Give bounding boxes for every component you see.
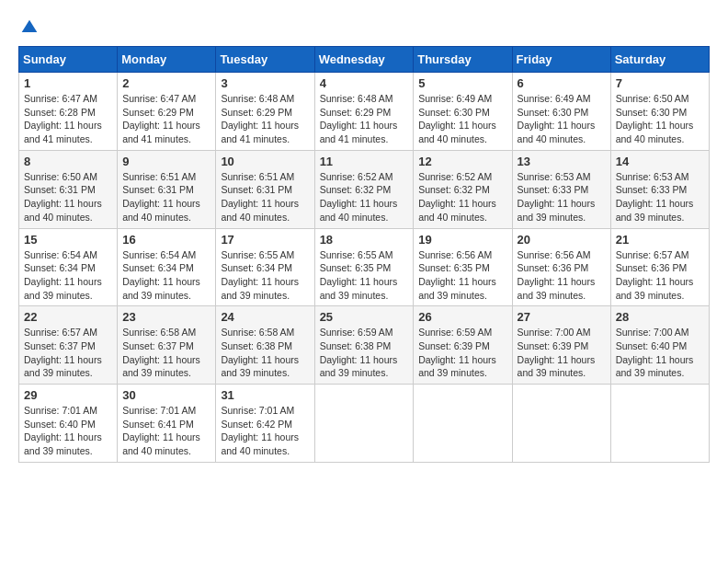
day-of-week-header: Tuesday [216,47,314,73]
day-info: Sunrise: 6:49 AM Sunset: 6:30 PM Dayligh… [518,92,606,146]
day-number: 18 [320,233,409,247]
day-info: Sunrise: 6:53 AM Sunset: 6:33 PM Dayligh… [518,170,606,224]
day-info: Sunrise: 7:01 AM Sunset: 6:42 PM Dayligh… [221,404,309,458]
day-number: 3 [221,76,309,90]
day-info: Sunrise: 6:59 AM Sunset: 6:38 PM Dayligh… [320,326,409,380]
day-info: Sunrise: 6:58 AM Sunset: 6:38 PM Dayligh… [221,326,309,380]
day-info: Sunrise: 6:54 AM Sunset: 6:34 PM Dayligh… [24,248,112,303]
day-number: 20 [518,233,606,247]
day-number: 9 [122,155,210,168]
day-info: Sunrise: 7:00 AM Sunset: 6:40 PM Dayligh… [616,326,704,380]
day-number: 4 [320,76,409,90]
day-number: 25 [320,310,409,324]
day-info: Sunrise: 6:55 AM Sunset: 6:35 PM Dayligh… [320,248,409,303]
svg-marker-0 [22,20,38,32]
day-number: 24 [221,310,309,324]
day-info: Sunrise: 6:50 AM Sunset: 6:30 PM Dayligh… [616,92,704,146]
day-number: 6 [518,76,606,90]
calendar-day-cell: 2 Sunrise: 6:47 AM Sunset: 6:29 PM Dayli… [118,73,216,151]
day-of-week-header: Sunday [19,47,118,73]
calendar-day-cell: 22 Sunrise: 6:57 AM Sunset: 6:37 PM Dayl… [19,306,118,385]
calendar-day-cell: 13 Sunrise: 6:53 AM Sunset: 6:33 PM Dayl… [512,150,610,228]
day-number: 27 [518,310,606,324]
day-number: 30 [122,388,210,402]
day-info: Sunrise: 6:57 AM Sunset: 6:36 PM Dayligh… [616,248,704,303]
logo [18,18,40,37]
calendar-week-row: 29 Sunrise: 7:01 AM Sunset: 6:40 PM Dayl… [19,385,710,463]
day-number: 19 [418,233,506,247]
calendar-day-cell: 7 Sunrise: 6:50 AM Sunset: 6:30 PM Dayli… [610,73,709,151]
day-number: 2 [122,76,210,90]
day-info: Sunrise: 6:47 AM Sunset: 6:28 PM Dayligh… [24,92,112,146]
calendar-day-cell [314,385,414,463]
calendar-day-cell: 3 Sunrise: 6:48 AM Sunset: 6:29 PM Dayli… [216,73,314,151]
day-info: Sunrise: 7:01 AM Sunset: 6:41 PM Dayligh… [122,404,210,458]
day-info: Sunrise: 6:47 AM Sunset: 6:29 PM Dayligh… [122,92,210,146]
calendar-day-cell: 20 Sunrise: 6:56 AM Sunset: 6:36 PM Dayl… [512,228,610,306]
day-number: 1 [24,76,112,90]
day-number: 13 [518,155,606,168]
day-info: Sunrise: 6:51 AM Sunset: 6:31 PM Dayligh… [122,170,210,224]
day-number: 5 [418,76,506,90]
calendar-day-cell: 30 Sunrise: 7:01 AM Sunset: 6:41 PM Dayl… [118,385,216,463]
day-info: Sunrise: 6:48 AM Sunset: 6:29 PM Dayligh… [320,92,409,146]
calendar-day-cell [414,385,512,463]
day-number: 7 [616,76,704,90]
day-info: Sunrise: 7:00 AM Sunset: 6:39 PM Dayligh… [518,326,606,380]
day-of-week-header: Monday [118,47,216,73]
day-number: 23 [122,310,210,324]
calendar-day-cell: 16 Sunrise: 6:54 AM Sunset: 6:34 PM Dayl… [118,228,216,306]
day-info: Sunrise: 6:50 AM Sunset: 6:31 PM Dayligh… [24,170,112,224]
calendar-day-cell: 26 Sunrise: 6:59 AM Sunset: 6:39 PM Dayl… [414,306,512,385]
day-number: 17 [221,233,309,247]
calendar-day-cell: 14 Sunrise: 6:53 AM Sunset: 6:33 PM Dayl… [610,150,709,228]
logo-icon [20,18,39,37]
day-info: Sunrise: 6:57 AM Sunset: 6:37 PM Dayligh… [24,326,112,380]
day-info: Sunrise: 6:49 AM Sunset: 6:30 PM Dayligh… [418,92,506,146]
calendar-week-row: 22 Sunrise: 6:57 AM Sunset: 6:37 PM Dayl… [19,306,710,385]
day-number: 22 [24,310,112,324]
day-info: Sunrise: 6:59 AM Sunset: 6:39 PM Dayligh… [418,326,506,380]
day-info: Sunrise: 6:51 AM Sunset: 6:31 PM Dayligh… [221,170,309,224]
day-number: 12 [418,155,506,168]
calendar-day-cell: 31 Sunrise: 7:01 AM Sunset: 6:42 PM Dayl… [216,385,314,463]
day-info: Sunrise: 7:01 AM Sunset: 6:40 PM Dayligh… [24,404,112,458]
day-info: Sunrise: 6:56 AM Sunset: 6:36 PM Dayligh… [518,248,606,303]
calendar-day-cell: 9 Sunrise: 6:51 AM Sunset: 6:31 PM Dayli… [118,150,216,228]
calendar-day-cell: 29 Sunrise: 7:01 AM Sunset: 6:40 PM Dayl… [19,385,118,463]
calendar-day-cell: 15 Sunrise: 6:54 AM Sunset: 6:34 PM Dayl… [19,228,118,306]
day-info: Sunrise: 6:53 AM Sunset: 6:33 PM Dayligh… [616,170,704,224]
day-number: 21 [616,233,704,247]
calendar-day-cell: 4 Sunrise: 6:48 AM Sunset: 6:29 PM Dayli… [314,73,414,151]
day-of-week-header: Friday [512,47,610,73]
calendar-day-cell: 23 Sunrise: 6:58 AM Sunset: 6:37 PM Dayl… [118,306,216,385]
day-info: Sunrise: 6:58 AM Sunset: 6:37 PM Dayligh… [122,326,210,380]
calendar-day-cell: 21 Sunrise: 6:57 AM Sunset: 6:36 PM Dayl… [610,228,709,306]
calendar-day-cell: 24 Sunrise: 6:58 AM Sunset: 6:38 PM Dayl… [216,306,314,385]
day-number: 16 [122,233,210,247]
calendar-day-cell: 18 Sunrise: 6:55 AM Sunset: 6:35 PM Dayl… [314,228,414,306]
calendar-day-cell [610,385,709,463]
calendar-day-cell: 17 Sunrise: 6:55 AM Sunset: 6:34 PM Dayl… [216,228,314,306]
day-info: Sunrise: 6:52 AM Sunset: 6:32 PM Dayligh… [418,170,506,224]
day-of-week-header: Wednesday [314,47,414,73]
day-number: 28 [616,310,704,324]
day-number: 26 [418,310,506,324]
day-number: 31 [221,388,309,402]
calendar-day-cell: 27 Sunrise: 7:00 AM Sunset: 6:39 PM Dayl… [512,306,610,385]
calendar-day-cell: 19 Sunrise: 6:56 AM Sunset: 6:35 PM Dayl… [414,228,512,306]
day-info: Sunrise: 6:54 AM Sunset: 6:34 PM Dayligh… [122,248,210,303]
day-info: Sunrise: 6:55 AM Sunset: 6:34 PM Dayligh… [221,248,309,303]
calendar-table: SundayMondayTuesdayWednesdayThursdayFrid… [18,46,710,463]
day-number: 15 [24,233,112,247]
page-header [18,18,710,37]
calendar-day-cell: 11 Sunrise: 6:52 AM Sunset: 6:32 PM Dayl… [314,150,414,228]
calendar-day-cell: 1 Sunrise: 6:47 AM Sunset: 6:28 PM Dayli… [19,73,118,151]
calendar-day-cell: 12 Sunrise: 6:52 AM Sunset: 6:32 PM Dayl… [414,150,512,228]
day-number: 14 [616,155,704,168]
day-of-week-header: Thursday [414,47,512,73]
calendar-week-row: 15 Sunrise: 6:54 AM Sunset: 6:34 PM Dayl… [19,228,710,306]
calendar-day-cell: 6 Sunrise: 6:49 AM Sunset: 6:30 PM Dayli… [512,73,610,151]
day-of-week-header: Saturday [610,47,709,73]
day-info: Sunrise: 6:48 AM Sunset: 6:29 PM Dayligh… [221,92,309,146]
